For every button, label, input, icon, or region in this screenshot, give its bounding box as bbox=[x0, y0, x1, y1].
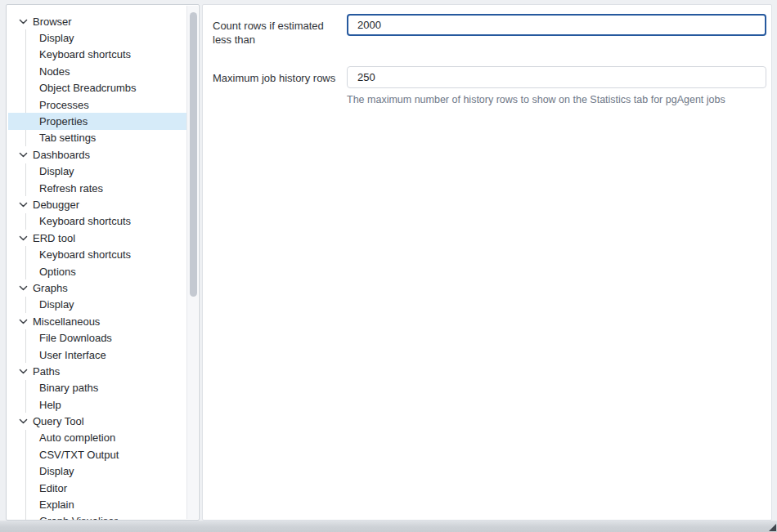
tree-group-label: Miscellaneous bbox=[33, 315, 100, 328]
tree-item-properties[interactable]: Properties bbox=[8, 113, 186, 129]
tree-item-label: Keyboard shortcuts bbox=[39, 48, 131, 60]
max-job-history-input[interactable] bbox=[347, 66, 766, 88]
preferences-tree: BrowserDisplayKeyboard shortcutsNodesObj… bbox=[7, 5, 186, 520]
count-rows-label: Count rows if estimated less than bbox=[213, 14, 347, 47]
tree-item-label: Binary paths bbox=[39, 382, 98, 394]
count-rows-input[interactable] bbox=[347, 14, 766, 36]
max-history-label: Maximum job history rows bbox=[213, 66, 347, 86]
tree-item-label: Auto completion bbox=[39, 431, 115, 444]
preferences-dialog-body: BrowserDisplayKeyboard shortcutsNodesObj… bbox=[6, 4, 772, 521]
tree-item-label: User Interface bbox=[39, 349, 106, 361]
tree-group-miscellaneous[interactable]: Miscellaneous bbox=[8, 313, 186, 329]
tree-item-label: Graph Visualiser bbox=[39, 515, 118, 520]
tree-item-label: Refresh rates bbox=[39, 182, 103, 194]
tree-item-label: Options bbox=[39, 266, 76, 278]
tree-children-miscellaneous: File DownloadsUser Interface bbox=[8, 329, 186, 363]
tree-group-label: Dashboards bbox=[33, 149, 90, 161]
tree-item-keyboard-shortcuts[interactable]: Keyboard shortcuts bbox=[8, 246, 186, 262]
tree-item-label: Editor bbox=[39, 482, 67, 494]
max-history-help-text: The maximum number of history rows to sh… bbox=[347, 94, 766, 106]
tree-item-editor[interactable]: Editor bbox=[8, 480, 186, 496]
tree-item-label: Explain bbox=[39, 498, 74, 511]
tree-item-label: Processes bbox=[39, 99, 89, 111]
tree-item-explain[interactable]: Explain bbox=[8, 496, 186, 512]
tree-group-debugger[interactable]: Debugger bbox=[8, 196, 186, 212]
tree-group-query-tool[interactable]: Query Tool bbox=[8, 413, 186, 429]
sidebar-scrollbar[interactable] bbox=[186, 6, 198, 519]
chevron-down-icon bbox=[18, 233, 29, 244]
tree-item-auto-completion[interactable]: Auto completion bbox=[8, 430, 186, 446]
tree-item-label: Display bbox=[39, 32, 74, 44]
tree-item-binary-paths[interactable]: Binary paths bbox=[8, 380, 186, 396]
chevron-down-icon bbox=[18, 283, 29, 293]
preferences-tree-panel: BrowserDisplayKeyboard shortcutsNodesObj… bbox=[6, 4, 200, 521]
tree-group-label: Debugger bbox=[33, 199, 79, 211]
chevron-down-icon bbox=[18, 199, 29, 210]
chevron-down-icon bbox=[18, 16, 29, 27]
tree-group-paths[interactable]: Paths bbox=[8, 363, 186, 379]
tree-group-label: Query Tool bbox=[33, 415, 84, 427]
chevron-down-icon bbox=[18, 316, 29, 327]
preferences-content-panel: Count rows if estimated less than Maximu… bbox=[202, 4, 772, 521]
tree-item-label: CSV/TXT Output bbox=[39, 449, 119, 461]
tree-item-display[interactable]: Display bbox=[8, 29, 186, 46]
tree-children-dashboards: DisplayRefresh rates bbox=[8, 163, 186, 197]
tree-item-label: Keyboard shortcuts bbox=[39, 215, 131, 227]
tree-item-label: Display bbox=[39, 165, 74, 177]
chevron-down-icon bbox=[18, 150, 29, 160]
tree-item-tab-settings[interactable]: Tab settings bbox=[8, 130, 186, 146]
field-row-count-rows: Count rows if estimated less than bbox=[213, 14, 763, 47]
tree-item-file-downloads[interactable]: File Downloads bbox=[8, 329, 186, 346]
tree-item-label: Tab settings bbox=[39, 132, 96, 144]
tree-item-label: Display bbox=[39, 298, 74, 311]
tree-item-keyboard-shortcuts[interactable]: Keyboard shortcuts bbox=[8, 213, 186, 230]
tree-item-help[interactable]: Help bbox=[8, 396, 186, 413]
tree-item-display[interactable]: Display bbox=[8, 297, 186, 313]
tree-item-refresh-rates[interactable]: Refresh rates bbox=[8, 180, 186, 196]
sidebar-scrollbar-thumb[interactable] bbox=[190, 12, 197, 297]
tree-item-object-breadcrumbs[interactable]: Object Breadcrumbs bbox=[8, 80, 186, 96]
tree-item-nodes[interactable]: Nodes bbox=[8, 63, 186, 79]
tree-group-browser[interactable]: Browser bbox=[8, 13, 186, 29]
tree-item-csv-txt-output[interactable]: CSV/TXT Output bbox=[8, 446, 186, 463]
tree-group-label: ERD tool bbox=[33, 232, 75, 244]
tree-item-keyboard-shortcuts[interactable]: Keyboard shortcuts bbox=[8, 47, 186, 63]
chevron-down-icon bbox=[18, 416, 29, 427]
tree-children-browser: DisplayKeyboard shortcutsNodesObject Bre… bbox=[8, 29, 186, 146]
tree-item-label: Properties bbox=[39, 115, 88, 127]
tree-item-display[interactable]: Display bbox=[8, 163, 186, 180]
tree-children-paths: Binary pathsHelp bbox=[8, 380, 186, 414]
tree-children-graphs: Display bbox=[8, 297, 186, 313]
tree-item-options[interactable]: Options bbox=[8, 263, 186, 279]
tree-item-processes[interactable]: Processes bbox=[8, 96, 186, 113]
tree-group-graphs[interactable]: Graphs bbox=[8, 279, 186, 296]
tree-group-erd-tool[interactable]: ERD tool bbox=[8, 230, 186, 246]
tree-children-query-tool: Auto completionCSV/TXT OutputDisplayEdit… bbox=[8, 430, 186, 520]
tree-item-label: File Downloads bbox=[39, 332, 112, 344]
tree-item-label: Display bbox=[39, 465, 74, 477]
resize-grip-icon[interactable] bbox=[769, 524, 776, 531]
tree-item-display[interactable]: Display bbox=[8, 463, 186, 480]
tree-group-dashboards[interactable]: Dashboards bbox=[8, 146, 186, 163]
tree-group-label: Paths bbox=[33, 365, 60, 378]
tree-item-graph-visualiser[interactable]: Graph Visualiser bbox=[8, 513, 186, 520]
tree-children-erd-tool: Keyboard shortcutsOptions bbox=[8, 246, 186, 279]
field-row-max-history: Maximum job history rows The maximum num… bbox=[213, 66, 763, 106]
tree-group-label: Graphs bbox=[33, 282, 68, 294]
tree-children-debugger: Keyboard shortcuts bbox=[8, 213, 186, 230]
dialog-bottom-edge bbox=[0, 521, 777, 532]
tree-item-user-interface[interactable]: User Interface bbox=[8, 346, 186, 363]
tree-item-label: Nodes bbox=[39, 65, 70, 78]
chevron-down-icon bbox=[18, 366, 29, 377]
tree-item-label: Object Breadcrumbs bbox=[39, 82, 137, 94]
tree-item-label: Help bbox=[39, 399, 61, 411]
tree-group-label: Browser bbox=[33, 16, 72, 28]
tree-item-label: Keyboard shortcuts bbox=[39, 248, 131, 261]
